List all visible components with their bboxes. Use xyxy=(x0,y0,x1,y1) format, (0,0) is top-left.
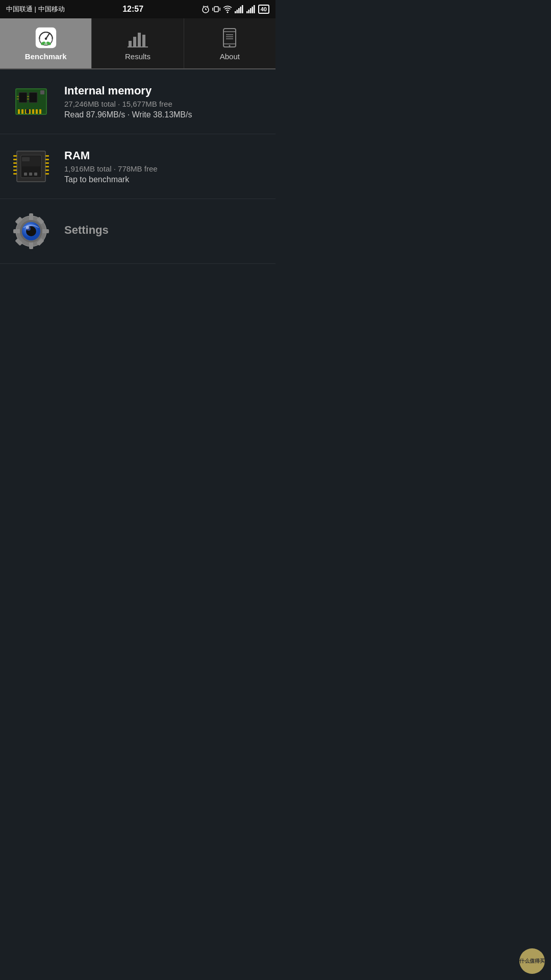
svg-line-3 xyxy=(203,6,204,7)
svg-rect-9 xyxy=(235,11,236,13)
svg-rect-13 xyxy=(242,5,243,13)
svg-rect-5 xyxy=(214,7,218,12)
about-icon xyxy=(218,27,241,49)
ram-item[interactable]: RAM 1,916MB total · 778MB free Tap to be… xyxy=(0,134,276,199)
svg-rect-31 xyxy=(142,35,145,47)
svg-rect-81 xyxy=(42,229,49,233)
tab-about-label: About xyxy=(220,52,240,61)
svg-rect-66 xyxy=(45,162,49,164)
carrier-text: 中国联通 | 中国移动 xyxy=(6,5,65,14)
svg-rect-63 xyxy=(13,173,17,175)
svg-rect-46 xyxy=(36,109,38,114)
svg-rect-59 xyxy=(13,159,17,160)
svg-rect-16 xyxy=(250,8,252,13)
results-icon xyxy=(127,27,149,49)
svg-rect-61 xyxy=(13,166,17,167)
svg-rect-65 xyxy=(45,159,49,160)
tab-benchmark-label: Benchmark xyxy=(25,52,67,61)
tab-benchmark[interactable]: Benchmark xyxy=(0,18,92,68)
svg-rect-69 xyxy=(45,173,49,175)
svg-rect-68 xyxy=(45,169,49,171)
benchmark-icon xyxy=(35,27,57,49)
ram-title: RAM xyxy=(64,149,267,162)
svg-rect-50 xyxy=(29,92,37,103)
internal-memory-content: Internal memory 27,246MB total · 15,677M… xyxy=(64,84,267,119)
internal-memory-subtitle: 27,246MB total · 15,677MB free xyxy=(64,100,267,108)
settings-content: Settings xyxy=(64,224,267,239)
battery-indicator: 40 xyxy=(258,5,269,14)
ram-icon xyxy=(8,143,54,189)
vibrate-icon xyxy=(212,5,220,13)
svg-rect-14 xyxy=(246,11,248,13)
svg-rect-42 xyxy=(21,109,23,114)
signal-icon-2 xyxy=(246,5,256,13)
svg-rect-48 xyxy=(26,109,29,113)
internal-memory-title: Internal memory xyxy=(64,84,267,97)
svg-rect-67 xyxy=(45,166,49,167)
svg-rect-10 xyxy=(236,10,238,13)
svg-rect-11 xyxy=(238,8,240,13)
svg-rect-58 xyxy=(13,155,17,157)
signal-icon-1 xyxy=(235,5,244,13)
benchmark-list: Internal memory 27,246MB total · 15,677M… xyxy=(0,69,276,264)
svg-rect-30 xyxy=(138,33,141,47)
svg-rect-47 xyxy=(39,109,41,114)
status-bar: 中国联通 | 中国移动 12:57 xyxy=(0,0,276,18)
internal-memory-detail: Read 87.96MB/s · Write 38.13MB/s xyxy=(64,110,267,119)
internal-memory-item[interactable]: Internal memory 27,246MB total · 15,677M… xyxy=(0,69,276,134)
svg-rect-72 xyxy=(22,157,30,161)
svg-point-8 xyxy=(227,12,228,13)
settings-item[interactable]: Settings xyxy=(0,199,276,264)
tab-bar: Benchmark Results xyxy=(0,18,276,69)
svg-rect-73 xyxy=(24,173,27,176)
ram-detail: Tap to benchmark xyxy=(64,175,267,184)
svg-rect-60 xyxy=(13,162,17,164)
svg-point-22 xyxy=(44,37,47,40)
internal-memory-icon xyxy=(8,79,54,125)
time-text: 12:57 xyxy=(122,5,143,14)
svg-line-4 xyxy=(207,6,208,7)
tab-results[interactable]: Results xyxy=(92,18,184,68)
status-icons: 40 xyxy=(202,5,269,14)
ram-content: RAM 1,916MB total · 778MB free Tap to be… xyxy=(64,149,267,184)
svg-rect-45 xyxy=(32,109,34,114)
svg-rect-62 xyxy=(13,169,17,171)
svg-rect-75 xyxy=(34,173,37,176)
tab-about[interactable]: About xyxy=(184,18,276,68)
svg-rect-49 xyxy=(19,92,27,103)
settings-title: Settings xyxy=(64,224,267,237)
settings-icon xyxy=(8,208,54,254)
svg-rect-28 xyxy=(129,41,132,47)
svg-rect-78 xyxy=(29,213,33,220)
wifi-icon xyxy=(223,5,232,13)
svg-rect-56 xyxy=(40,90,44,94)
svg-rect-12 xyxy=(240,7,241,13)
svg-rect-41 xyxy=(18,109,20,114)
svg-rect-80 xyxy=(13,229,20,233)
svg-rect-29 xyxy=(133,37,136,47)
tab-results-label: Results xyxy=(125,52,151,61)
svg-rect-74 xyxy=(29,173,32,176)
alarm-icon xyxy=(202,5,210,13)
svg-rect-15 xyxy=(248,10,249,13)
svg-rect-17 xyxy=(252,7,253,13)
svg-point-39 xyxy=(229,45,231,46)
svg-rect-79 xyxy=(29,242,33,249)
svg-point-90 xyxy=(26,226,29,229)
ram-subtitle: 1,916MB total · 778MB free xyxy=(64,164,267,173)
svg-rect-18 xyxy=(254,5,255,13)
svg-rect-64 xyxy=(45,155,49,157)
